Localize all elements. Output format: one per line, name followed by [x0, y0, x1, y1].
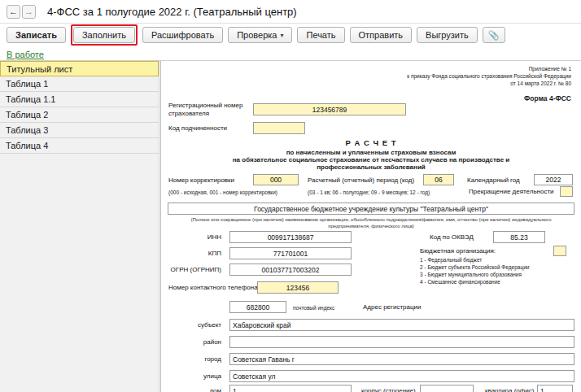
budget-org-field[interactable] — [553, 246, 566, 256]
kpp-label: КПП — [168, 250, 221, 257]
address-street-label: улица — [161, 372, 221, 380]
budget-org-label: Бюджетная организация: — [420, 247, 496, 255]
postal-code-field[interactable] — [229, 301, 286, 313]
year-label: Календарный год — [467, 176, 520, 184]
check-button-label: Проверка — [237, 30, 277, 40]
year-field[interactable] — [534, 174, 573, 185]
phone-field[interactable] — [257, 281, 339, 294]
fill-button[interactable]: Заполнить — [73, 27, 135, 43]
sections-sidebar: Титульный лист Таблица 1 Таблица 1.1 Таб… — [0, 61, 159, 392]
reg-number-field[interactable] — [253, 103, 406, 115]
address-section-label: Адрес регистрации — [363, 303, 422, 311]
app-window: ← → 4-ФСС за 1 полугодие 2022 г. (Театра… — [0, 0, 581, 392]
org-name-caption: (Полное или сокращенное (при наличии) на… — [186, 216, 557, 229]
page-title: 4-ФСС за 1 полугодие 2022 г. (Театральны… — [47, 6, 297, 18]
calc-title-line3: на обязательное социальное страхование о… — [161, 156, 581, 163]
phone-label: Номер контактного телефона — [168, 284, 258, 291]
okved-field[interactable] — [493, 231, 545, 243]
annex-line-1: Приложение № 1 — [407, 65, 571, 72]
address-street-field[interactable] — [229, 370, 574, 382]
annex-line-2: к приказу Фонда социального страхования … — [407, 72, 571, 80]
calc-title-line2: по начисленным и уплаченным страховым вз… — [161, 149, 581, 156]
kpp-field[interactable] — [229, 247, 352, 259]
address-subject-field[interactable] — [229, 319, 574, 331]
address-subject-label: субъект — [161, 321, 221, 329]
save-button[interactable]: Записать — [7, 27, 66, 43]
termination-field[interactable] — [560, 186, 573, 197]
budget-option-1: 1 - Федеральный бюджет — [420, 256, 529, 264]
budget-org-options: 1 - Федеральный бюджет 2 - Бюджет субъек… — [420, 256, 529, 285]
fill-button-highlight: Заполнить — [71, 24, 138, 46]
period-field[interactable] — [423, 174, 454, 185]
house-field[interactable] — [229, 385, 352, 392]
print-button[interactable]: Печать — [297, 27, 344, 43]
forward-arrow-icon[interactable]: → — [22, 5, 36, 19]
check-button[interactable]: Проверка ▾ — [228, 27, 292, 43]
form-name-label: Форма 4-ФСС — [524, 94, 571, 102]
content-area: Титульный лист Таблица 1 Таблица 1.1 Таб… — [0, 60, 581, 392]
okved-label: Код по ОКВЭД — [430, 233, 474, 241]
sidebar-item-table-2[interactable]: Таблица 2 — [0, 107, 159, 123]
title-page-form: Приложение № 1 к приказу Фонда социально… — [160, 61, 581, 392]
period-hint: (03 - 1 кв; 06 - полугодие; 09 - 9 месяц… — [308, 189, 430, 195]
address-district-field[interactable] — [229, 336, 574, 348]
address-district-label: район — [161, 338, 221, 346]
back-arrow-icon[interactable]: ← — [7, 5, 20, 19]
building-label: корпус (строение) — [361, 387, 416, 392]
budget-option-3: 3 - Бюджет муниципального образования — [420, 271, 529, 278]
ogrn-label: ОГРН (ОГРНИП) — [168, 266, 221, 273]
inn-field[interactable] — [229, 231, 352, 243]
correction-field[interactable] — [253, 174, 299, 185]
apartment-field[interactable] — [537, 385, 573, 392]
subordination-field[interactable] — [253, 122, 305, 134]
sidebar-item-title-page[interactable]: Титульный лист — [0, 61, 159, 76]
status-link-in-progress[interactable]: В работе — [7, 50, 44, 59]
budget-option-4: 4 - Смешанное финансирование — [420, 278, 529, 285]
export-button[interactable]: Выгрузить — [417, 27, 478, 43]
address-city-field[interactable] — [229, 353, 574, 365]
building-field[interactable] — [420, 385, 474, 392]
sidebar-item-table-1-1[interactable]: Таблица 1.1 — [0, 92, 159, 107]
sidebar-item-table-4[interactable]: Таблица 4 — [0, 138, 159, 154]
postal-code-caption: почтовый индекс — [293, 305, 334, 311]
inn-label: ИНН — [168, 233, 221, 241]
title-bar: ← → 4-ФСС за 1 полугодие 2022 г. (Театра… — [0, 0, 581, 24]
budget-option-2: 2 - Бюджет субъекта Российской Федерации — [420, 264, 529, 271]
annex-line-3: от 14 марта 2022 г. № 80 — [407, 80, 571, 87]
apartment-label: квартира (офис) — [485, 387, 534, 392]
sidebar-item-table-1[interactable]: Таблица 1 — [0, 76, 159, 92]
send-button[interactable]: Отправить — [350, 27, 413, 43]
calc-title-line4: профессиональных заболеваний — [161, 163, 581, 171]
correction-label: Номер корректировки — [168, 176, 234, 184]
subordination-label: Код подчиненности — [168, 124, 227, 132]
org-name-field[interactable] — [168, 203, 574, 215]
calc-title-line1: Р А С Ч Е Т — [161, 138, 581, 147]
reg-number-label: Регистрационный номер страхователя — [168, 102, 251, 118]
decrypt-button[interactable]: Расшифровать — [142, 27, 223, 43]
period-label: Расчетный (отчетный) период (код) — [308, 176, 414, 184]
termination-label: Прекращение деятельности — [469, 188, 554, 195]
paperclip-icon[interactable]: 📎 — [483, 27, 505, 43]
correction-hint: (000 - исходная, 001 - номер корректиров… — [168, 189, 277, 195]
house-label: дом — [161, 387, 221, 392]
toolbar: Записать Заполнить Расшифровать Проверка… — [0, 24, 581, 46]
sidebar-item-table-3[interactable]: Таблица 3 — [0, 123, 159, 138]
ogrn-field[interactable] — [229, 264, 352, 276]
chevron-down-icon: ▾ — [280, 32, 283, 39]
address-city-label: город — [161, 355, 221, 363]
annex-header: Приложение № 1 к приказу Фонда социально… — [407, 65, 571, 87]
